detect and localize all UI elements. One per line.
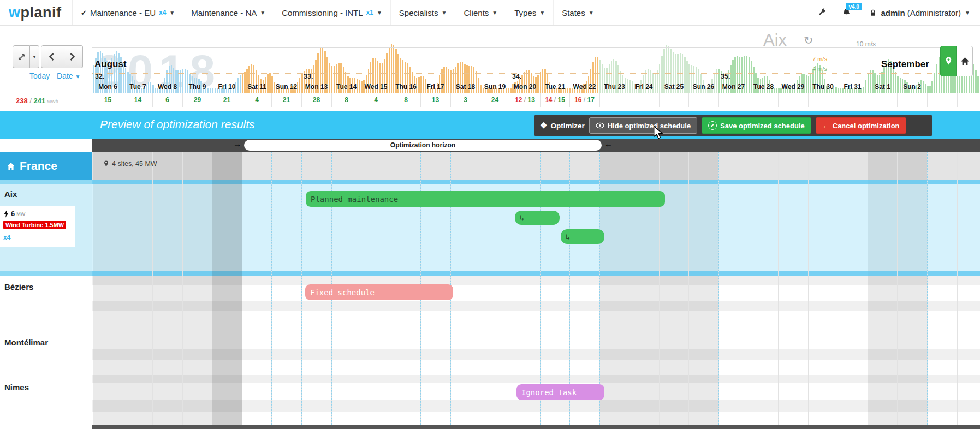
today-link[interactable]: Today [29, 72, 50, 80]
day-label: Mon 27 [718, 83, 749, 91]
home-icon [960, 57, 970, 65]
task-bar-[interactable]: ↳ [515, 211, 560, 225]
sidebar-site-beziers[interactable]: Béziers [4, 282, 33, 291]
diagonal-resize-icon [17, 53, 26, 61]
nav-item-commissioning-intl[interactable]: Commissioning - INTLx1▼ [274, 0, 390, 25]
day-label: Sun 2 [897, 83, 927, 91]
site-power: 6 [11, 210, 15, 218]
day-label: Thu 9 [182, 83, 212, 91]
task-bar-planned-maintenance[interactable]: Planned maintenance [306, 191, 665, 207]
day-gridline [838, 152, 838, 425]
day-label: Fri 24 [629, 83, 659, 91]
nav-item-maintenance-na[interactable]: Maintenance - NA▼ [183, 0, 274, 25]
day-gridline [808, 152, 809, 425]
month-label: August [94, 59, 127, 70]
top-navbar: wplanif ✔Maintenance - EUx4▼Maintenance … [0, 0, 980, 26]
optimization-title: Preview of optimization results [100, 118, 255, 131]
energy-total: 238 / 241 MWh [16, 97, 58, 105]
day-gridline [868, 152, 868, 425]
turbine-type-badge[interactable]: Wind Turbine 1.5MW [3, 221, 66, 229]
zoom-range-control: ▼ [13, 45, 39, 68]
map-view-button[interactable] [940, 46, 957, 76]
horizon-day-gridline [271, 152, 272, 425]
day-value: 21 [212, 96, 242, 104]
user-role: (Administrator) [907, 8, 961, 17]
day-label: Sat 18 [450, 83, 480, 91]
day-gridline [897, 152, 898, 425]
nav-item-clients[interactable]: Clients▼ [455, 0, 506, 25]
daily-values-strip: 151462921421288481332412 / 1314 / 1516 /… [92, 93, 980, 107]
navbar-right: v4.0 admin (Administrator) ▼ [810, 0, 980, 25]
site-power-unit: MW [16, 211, 25, 217]
user-menu[interactable]: admin (Administrator) ▼ [859, 0, 980, 25]
chevron-left-icon [49, 53, 55, 61]
navigate-control [41, 45, 83, 68]
wplanif-app: wplanif ✔Maintenance - EUx4▼Maintenance … [0, 0, 980, 429]
day-gridline [749, 152, 749, 425]
sidebar-group-france[interactable]: France [0, 152, 92, 180]
task-bar-[interactable]: ↳ [561, 229, 604, 244]
day-gridline [152, 152, 153, 425]
day-label: Fri 31 [838, 83, 868, 91]
check-icon: ✔ [81, 9, 87, 17]
nav-item-specialists[interactable]: Specialists▼ [390, 0, 455, 25]
task-bar-fixed-schedule[interactable]: Fixed schedule [305, 284, 453, 300]
hide-optimized-schedule-button[interactable]: Hide optimized schedule [589, 117, 697, 134]
chevron-down-icon: ▼ [377, 10, 382, 16]
day-value: 14 / 15 [540, 96, 570, 104]
day-label: Sun 26 [688, 83, 718, 91]
sidebar-site-montelimar[interactable]: Montélimar [4, 338, 48, 347]
user-name: admin [881, 8, 905, 17]
day-value: 12 / 13 [510, 96, 540, 104]
day-label: Fri 17 [420, 83, 450, 91]
app-logo[interactable]: wplanif [0, 0, 73, 25]
horizontal-scrollbar[interactable] [92, 425, 980, 429]
chevron-down-icon: ▼ [442, 10, 447, 16]
sidebar-site-aix[interactable]: Aix 6 MW Wind Turbine 1.5MW x4 [0, 180, 92, 276]
task-bar-ignored-task[interactable]: Ignored task [516, 384, 604, 400]
day-label: Sun 12 [271, 83, 301, 91]
eye-icon [596, 122, 604, 129]
nav-item-maintenance-eu[interactable]: ✔Maintenance - EUx4▼ [73, 0, 183, 25]
home-view-button[interactable] [957, 46, 973, 76]
day-label: Tue 21 [540, 83, 570, 91]
turbine-count-link[interactable]: x4 [3, 234, 10, 241]
timeline-header[interactable]: 2018 7 m/s4 m/s AugustSeptember32.33.34.… [92, 25, 980, 107]
next-button[interactable] [62, 45, 83, 68]
day-gridline [778, 152, 779, 425]
day-value: 6 [152, 96, 182, 104]
notifications-bell-icon[interactable]: v4.0 [834, 0, 859, 25]
wrench-icon[interactable] [810, 0, 834, 25]
day-value: 13 [420, 96, 450, 104]
horizon-right-arrow-icon[interactable]: ← [604, 139, 613, 148]
range-dropdown-button[interactable]: ▼ [30, 45, 39, 68]
lightning-icon [3, 210, 9, 218]
optimization-banner: Preview of optimization results ❖ Optimi… [0, 111, 980, 139]
nav-item-types[interactable]: Types▼ [506, 0, 553, 25]
prev-button[interactable] [41, 45, 62, 68]
lock-icon [869, 9, 877, 17]
day-gridline [212, 152, 212, 425]
cancel-optimization-button[interactable]: ← Cancel optimization [816, 117, 906, 134]
day-value: 21 [271, 96, 301, 104]
optimization-horizon-bar[interactable]: Optimization horizon [244, 140, 602, 151]
sidebar-site-nimes[interactable]: Nimes [4, 383, 29, 392]
day-gridline [123, 152, 123, 425]
day-value: 16 / 17 [569, 96, 599, 104]
month-label: September [881, 59, 929, 70]
save-optimized-schedule-button[interactable]: ✔ Save optimized schedule [702, 117, 811, 134]
date-link[interactable]: Date ▼ [57, 72, 80, 80]
chevron-down-icon: ▼ [260, 10, 265, 16]
wind-scale-max: 10 m/s [856, 40, 876, 48]
optimizer-label: ❖ Optimizer [540, 121, 585, 130]
horizon-left-arrow-icon[interactable]: → [233, 139, 241, 148]
day-gridline [182, 152, 183, 425]
day-label: Mon 20 [510, 83, 540, 91]
location-pin-icon [945, 56, 953, 66]
nav-item-states[interactable]: States▼ [553, 0, 602, 25]
gantt-area[interactable]: 4 sites, 45 MWPlanned maintenance↳↳Fixed… [92, 152, 980, 425]
refresh-icon[interactable]: ↻ [804, 34, 813, 47]
day-value: 24 [480, 96, 510, 104]
fit-range-button[interactable] [13, 45, 30, 68]
wind-gridline-label: 4 m/s [812, 65, 827, 72]
